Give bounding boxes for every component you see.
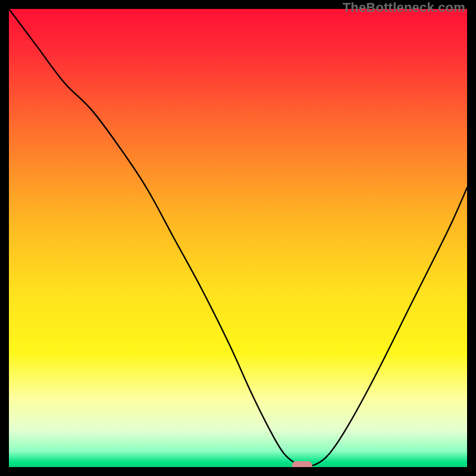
chart-frame: [9, 9, 467, 467]
watermark-text: TheBottleneck.com: [343, 0, 465, 15]
optimal-point-marker: [292, 461, 312, 467]
bottleneck-chart: [9, 9, 467, 467]
gradient-background: [9, 9, 467, 467]
